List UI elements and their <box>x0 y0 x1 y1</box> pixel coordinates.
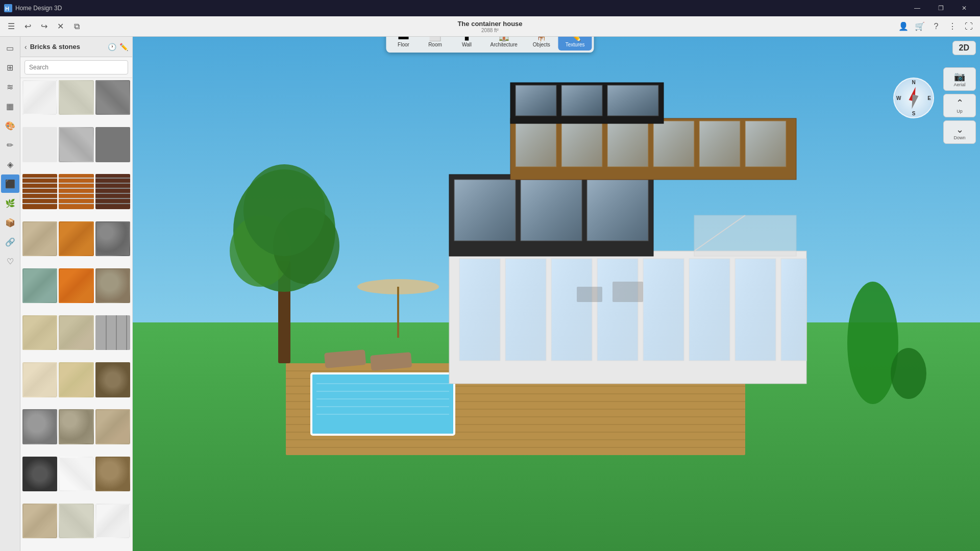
texture-cell-5[interactable] <box>59 127 93 162</box>
svg-rect-23 <box>643 259 684 361</box>
tab-architecture-label: Architecture <box>490 42 517 47</box>
texture-cell-23[interactable] <box>59 409 93 444</box>
sidebar-icon-paint[interactable]: 🎨 <box>1 116 19 135</box>
svg-rect-25 <box>735 259 776 361</box>
texture-cell-20[interactable] <box>59 362 93 397</box>
texture-cell-18[interactable] <box>95 315 130 350</box>
svg-rect-36 <box>699 121 740 167</box>
redo-button[interactable]: ↪ <box>37 19 51 34</box>
undo-button[interactable]: ↩ <box>20 19 35 34</box>
sidebar-icon-wave[interactable]: ≋ <box>1 78 19 96</box>
cart-button[interactable]: 🛒 <box>913 19 927 34</box>
close-button[interactable]: ✕ <box>952 0 976 16</box>
texture-cell-3[interactable] <box>95 80 130 115</box>
sidebar-icon-floor[interactable]: ▭ <box>1 39 19 57</box>
texture-cell-7[interactable] <box>22 174 57 209</box>
minimize-button[interactable]: — <box>905 0 929 16</box>
up-label: Up <box>957 109 963 114</box>
texture-cell-2[interactable] <box>59 80 93 115</box>
texture-cell-6[interactable] <box>95 127 130 162</box>
sidebar-icon-hatch[interactable]: ▦ <box>1 97 19 115</box>
toolbar-right: 👤 🛒 ? ⋮ ⛶ <box>896 19 976 34</box>
svg-rect-60 <box>612 282 643 302</box>
camera-button[interactable]: 📷 Aerial <box>943 67 976 91</box>
svg-rect-33 <box>561 121 602 167</box>
sidebar-icon-link[interactable]: 🔗 <box>1 233 19 251</box>
aerial-label: Aerial <box>953 82 965 87</box>
texture-cell-16[interactable] <box>22 315 57 350</box>
sidebar-icon-strip: ▭ ⊞ ≋ ▦ 🎨 ✏ ◈ ⬛ 🌿 📦 🔗 ♡ <box>0 37 20 551</box>
svg-rect-61 <box>577 287 602 302</box>
search-input[interactable] <box>24 60 128 74</box>
sidebar-icon-plant[interactable]: 🌿 <box>1 194 19 212</box>
compass-east: E <box>927 95 931 101</box>
compass-west: W <box>896 95 901 101</box>
svg-rect-39 <box>516 85 556 116</box>
texture-cell-10[interactable] <box>22 221 57 256</box>
texture-cell-13[interactable] <box>22 268 57 303</box>
texture-cell-15[interactable] <box>95 268 130 303</box>
texture-cell-9[interactable] <box>95 174 130 209</box>
svg-text:H: H <box>5 6 9 12</box>
texture-cell-1[interactable] <box>22 80 57 115</box>
texture-cell-24[interactable] <box>95 409 130 444</box>
svg-rect-21 <box>551 259 592 361</box>
clear-button[interactable]: ✕ <box>53 19 67 34</box>
svg-point-53 <box>847 282 898 404</box>
texture-cell-21[interactable] <box>95 362 130 397</box>
texture-cell-30[interactable] <box>95 504 130 538</box>
viewport[interactable]: N S E W 2D 📷 Aerial ⌃ Up ⌄ Down <box>133 37 980 551</box>
back-button[interactable]: ‹ <box>24 43 27 51</box>
texture-cell-26[interactable] <box>59 457 93 491</box>
help-button[interactable]: ? <box>929 19 943 34</box>
view-2d-button[interactable]: 2D <box>952 41 976 55</box>
sidebar-icon-bricks[interactable]: ⬛ <box>1 174 19 193</box>
svg-rect-43 <box>694 215 796 256</box>
sidebar-title: Bricks & stones <box>30 43 105 51</box>
maximize-button[interactable]: ❐ <box>929 0 952 16</box>
edit-button[interactable]: ✏️ <box>119 43 128 51</box>
texture-cell-27[interactable] <box>95 457 130 491</box>
svg-rect-35 <box>653 121 694 167</box>
sidebar-icon-leather[interactable]: ◈ <box>1 155 19 173</box>
sidebar-icon-box[interactable]: 📦 <box>1 213 19 232</box>
fullscreen-button[interactable]: ⛶ <box>962 19 976 34</box>
texture-cell-11[interactable] <box>59 221 93 256</box>
svg-rect-34 <box>607 121 648 167</box>
svg-rect-37 <box>745 121 786 167</box>
texture-cell-8[interactable] <box>59 174 93 209</box>
texture-cell-22[interactable] <box>22 409 57 444</box>
sidebar-icon-brush[interactable]: ✏ <box>1 136 19 154</box>
texture-cell-17[interactable] <box>59 315 93 350</box>
copy-button[interactable]: ⧉ <box>69 19 84 34</box>
texture-cell-12[interactable] <box>95 221 130 256</box>
menu-button[interactable]: ☰ <box>4 19 18 34</box>
up-button[interactable]: ⌃ Up <box>943 94 976 117</box>
texture-cell-25[interactable] <box>22 457 57 491</box>
down-button[interactable]: ⌄ Down <box>943 120 976 144</box>
app-title: Home Design 3D <box>15 5 62 12</box>
texture-cell-4[interactable] <box>22 127 57 162</box>
texture-cell-14[interactable] <box>59 268 93 303</box>
project-name: The container house <box>457 20 522 28</box>
svg-rect-26 <box>781 259 806 361</box>
sidebar-icon-heart[interactable]: ♡ <box>1 252 19 270</box>
share-button[interactable]: 👤 <box>896 19 911 34</box>
texture-cell-19[interactable] <box>22 362 57 397</box>
tab-floor-label: Floor <box>398 42 409 47</box>
history-button[interactable]: 🕐 <box>108 43 116 51</box>
more-button[interactable]: ⋮ <box>945 19 960 34</box>
svg-rect-29 <box>521 180 582 241</box>
app-icon: H <box>4 4 12 12</box>
svg-rect-41 <box>607 85 658 116</box>
tab-wall-label: Wall <box>462 42 472 47</box>
svg-rect-16 <box>311 373 454 435</box>
texture-cell-28[interactable] <box>22 504 57 538</box>
sidebar-icon-grid[interactable]: ⊞ <box>1 58 19 77</box>
compass-rose: N S E W <box>893 78 934 118</box>
texture-cell-29[interactable] <box>59 504 93 538</box>
sidebar-header: ‹ Bricks & stones 🕐 ✏️ <box>20 37 132 57</box>
svg-rect-40 <box>561 85 602 116</box>
viewport-background <box>133 37 980 551</box>
sidebar: ▭ ⊞ ≋ ▦ 🎨 ✏ ◈ ⬛ 🌿 📦 🔗 ♡ ‹ Bricks & stone… <box>0 37 133 551</box>
